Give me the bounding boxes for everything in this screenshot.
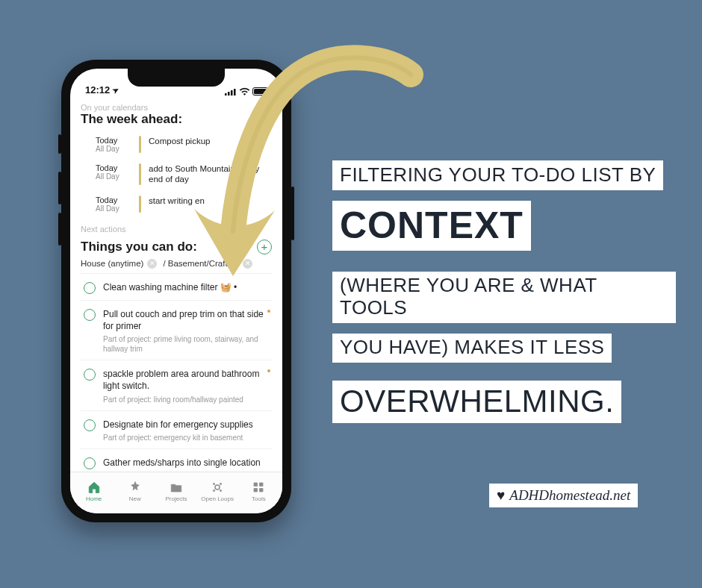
phone-frame: 12:12 ➤ On your calendars The week ahead… — [61, 60, 291, 522]
event-text: Compost pickup — [149, 136, 272, 153]
priority-dot-icon — [267, 310, 270, 313]
plus-icon: + — [261, 241, 268, 252]
task-title: Pull out couch and prep trim on that sid… — [103, 308, 272, 332]
event-day: Today — [96, 196, 131, 204]
tab-projects[interactable]: Projects — [155, 481, 196, 502]
tab-home[interactable]: Home — [73, 481, 114, 502]
phone-screen: 12:12 ➤ On your calendars The week ahead… — [70, 69, 282, 513]
task-row[interactable]: Clean washing machine filter 🧺 • — [81, 274, 272, 301]
location-icon: ➤ — [111, 85, 120, 96]
filter-chip-basement[interactable]: / Basement/Crafting ✕ — [163, 259, 252, 269]
svg-rect-3 — [234, 89, 236, 96]
svg-rect-5 — [254, 89, 267, 94]
event-color-bar — [139, 136, 141, 153]
task-title: Clean washing machine filter 🧺 • — [103, 281, 272, 293]
battery-icon — [252, 87, 270, 96]
svg-point-10 — [214, 490, 215, 491]
event-text: add to South Mountain list by end of day — [149, 163, 272, 185]
task-checkbox[interactable] — [84, 309, 96, 321]
main-scroll[interactable]: On your calendars The week ahead: TodayA… — [70, 97, 282, 472]
task-title: Designate bin for emergency supplies — [103, 419, 272, 431]
tab-open-loops[interactable]: Open Loops — [197, 481, 238, 502]
actions-title: Things you can do: — [81, 240, 197, 254]
task-row[interactable]: Designate bin for emergency supplies Par… — [81, 411, 272, 449]
filter-chip-label: House (anytime) — [81, 259, 143, 268]
calendar-title: The week ahead: — [81, 112, 272, 127]
home-icon — [87, 481, 102, 494]
tab-label: Projects — [166, 495, 187, 502]
tab-new[interactable]: New — [114, 481, 155, 502]
event-allday: All Day — [96, 172, 131, 181]
new-icon — [128, 481, 143, 494]
tab-label: New — [129, 495, 141, 502]
event-allday: All Day — [96, 204, 131, 213]
task-subtitle: Part of project: living room/hallway pai… — [103, 395, 272, 404]
calendar-event[interactable]: TodayAll Day Compost pickup — [81, 133, 272, 160]
credit-badge: ♥ ADHDhomestead.net — [489, 484, 638, 507]
headline: Filtering your to-do list by context (wh… — [332, 157, 676, 427]
credit-text: ADHDhomestead.net — [509, 487, 630, 504]
filter-row: House (anytime) ✕ / Basement/Crafting ✕ — [81, 259, 272, 274]
heart-icon: ♥ — [497, 487, 505, 504]
event-text: start writing en — [149, 196, 272, 213]
task-row[interactable]: Gather meds/sharps into single location — [81, 449, 272, 472]
event-color-bar — [139, 163, 141, 185]
tools-icon — [251, 481, 266, 494]
tab-bar: Home New Projects Open Loops Tools — [70, 472, 282, 513]
signal-icon — [225, 88, 237, 96]
svg-rect-0 — [225, 93, 227, 96]
task-checkbox[interactable] — [84, 282, 96, 294]
task-row[interactable]: Pull out couch and prep trim on that sid… — [81, 301, 272, 360]
task-row[interactable]: spackle problem area around bathroom lig… — [81, 360, 272, 410]
power-button — [291, 187, 294, 240]
task-checkbox[interactable] — [84, 419, 96, 431]
task-checkbox[interactable] — [84, 369, 96, 381]
open-loops-icon — [210, 481, 225, 494]
headline-line-1: Filtering your to-do list by — [332, 160, 663, 190]
remove-filter-icon[interactable]: ✕ — [147, 259, 157, 269]
svg-point-8 — [214, 483, 215, 484]
event-allday: All Day — [96, 145, 131, 153]
mute-switch — [58, 134, 61, 154]
headline-line-2: context — [332, 201, 531, 251]
tab-label: Home — [86, 495, 102, 502]
wifi-icon — [239, 87, 250, 96]
projects-icon — [169, 481, 184, 494]
tab-tools[interactable]: Tools — [238, 481, 279, 502]
add-task-button[interactable]: + — [257, 240, 272, 254]
svg-rect-2 — [231, 90, 233, 96]
headline-line-5: overwhelming. — [332, 381, 621, 423]
volume-up-button — [58, 172, 61, 204]
calendar-label: On your calendars — [81, 103, 272, 112]
notch — [128, 69, 225, 87]
svg-rect-1 — [228, 92, 230, 96]
svg-point-7 — [215, 485, 220, 490]
status-time: 12:12 — [85, 84, 110, 96]
headline-line-3: (where you are & what tools — [332, 272, 676, 323]
event-day: Today — [96, 136, 131, 145]
calendar-event[interactable]: TodayAll Day start writing en — [81, 193, 272, 220]
remove-filter-icon[interactable]: ✕ — [243, 259, 252, 269]
tab-label: Open Loops — [201, 495, 234, 502]
status-icons — [225, 87, 270, 96]
event-day: Today — [96, 163, 131, 172]
task-checkbox[interactable] — [84, 457, 96, 469]
filter-chip-house[interactable]: House (anytime) ✕ — [81, 259, 157, 269]
calendar-event[interactable]: TodayAll Day add to South Mountain list … — [81, 160, 272, 193]
tab-label: Tools — [252, 495, 266, 502]
svg-rect-6 — [269, 90, 270, 93]
task-subtitle: Part of project: emergency kit in baseme… — [103, 433, 272, 442]
event-color-bar — [139, 196, 141, 213]
task-title: spackle problem area around bathroom lig… — [103, 368, 272, 392]
svg-point-9 — [220, 483, 222, 484]
task-title: Gather meds/sharps into single location — [103, 457, 272, 469]
headline-line-4: you have) makes it less — [332, 334, 612, 363]
actions-label: Next actions — [81, 225, 272, 234]
volume-down-button — [58, 213, 61, 245]
svg-point-11 — [220, 490, 222, 491]
task-subtitle: Part of project: prime living room, stai… — [103, 334, 272, 354]
filter-chip-label: / Basement/Crafting — [163, 259, 239, 268]
